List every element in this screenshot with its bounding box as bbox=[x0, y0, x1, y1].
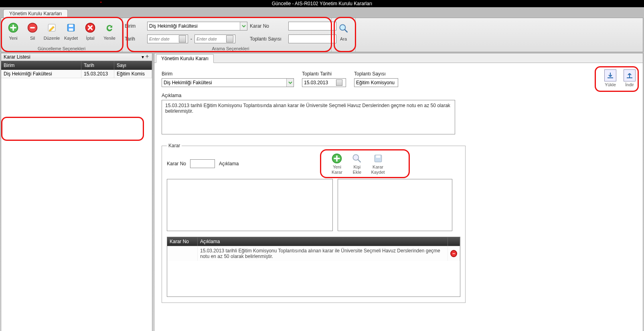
iptal-button[interactable]: İptal bbox=[81, 20, 100, 41]
search-date-range: - bbox=[147, 35, 247, 43]
calendar-icon[interactable] bbox=[179, 35, 186, 43]
window-title: Güncelle - AIS-R0102 Yönetim Kurulu Kara… bbox=[272, 1, 373, 6]
ribbon-group-search-title: Arama Seçenekleri bbox=[125, 46, 336, 51]
upload-file-icon bbox=[624, 69, 636, 81]
karar-text-right[interactable] bbox=[338, 179, 452, 231]
right-pane: Yönetim Kurulu Kararı Birim Toplantı Tar… bbox=[154, 53, 643, 331]
indir-button[interactable]: İndir bbox=[624, 69, 636, 87]
save-icon bbox=[65, 21, 77, 34]
sub-tab-strip: Yönetim Kurulu Kararı bbox=[154, 53, 643, 63]
search-birim-input[interactable] bbox=[148, 23, 240, 29]
pane-title: Karar Listesi bbox=[4, 54, 30, 60]
main-tab-strip: Yönetim Kurulu Kararları bbox=[0, 9, 644, 18]
karar-no-input[interactable] bbox=[190, 159, 215, 168]
karar-no-label: Karar No bbox=[167, 161, 186, 167]
search-kararno-label: Karar No bbox=[250, 23, 286, 29]
left-pane-karar-listesi: Karar Listesi ▾ Birim Tarih Sayı Diş Hek… bbox=[1, 53, 152, 331]
form-birim-label: Birim bbox=[162, 71, 294, 77]
form-sayi-input[interactable] bbox=[354, 78, 398, 87]
search-icon bbox=[337, 22, 350, 35]
karar-legend: Karar bbox=[167, 143, 182, 148]
edit-icon bbox=[45, 21, 58, 34]
svg-rect-5 bbox=[69, 24, 73, 27]
duzenle-button[interactable]: Düzenle bbox=[42, 20, 61, 41]
table-row[interactable]: Diş Hekimliği Fakültesi 15.03.2013 Eğiti… bbox=[1, 70, 152, 78]
svg-rect-14 bbox=[376, 155, 380, 158]
search-kararno-input[interactable] bbox=[288, 22, 336, 30]
search-birim-combo[interactable] bbox=[147, 22, 247, 30]
form-sayi-label: Toplantı Sayısı bbox=[354, 71, 398, 77]
calendar-icon[interactable] bbox=[336, 79, 342, 86]
ribbon: Yeni Sil Düzenle Kaydet İptal bbox=[1, 18, 643, 52]
plus-circle-icon bbox=[331, 152, 343, 164]
search-icon bbox=[351, 152, 363, 164]
yeni-karar-button[interactable]: Yeni Karar bbox=[331, 152, 343, 175]
karar-text-left[interactable] bbox=[167, 179, 333, 231]
karar-grid-header: Karar No Açıklama bbox=[167, 237, 460, 246]
ribbon-group-update-title: Güncelleme Seçenekleri bbox=[1, 46, 122, 51]
svg-rect-6 bbox=[69, 28, 73, 31]
col-sayi[interactable]: Sayı bbox=[114, 61, 152, 70]
search-date-to[interactable] bbox=[194, 35, 235, 43]
col-birim[interactable]: Birim bbox=[1, 61, 81, 70]
kisi-ekle-button[interactable]: Kişi Ekle bbox=[351, 152, 363, 175]
search-birim-label: Birim bbox=[125, 23, 145, 29]
yeni-button[interactable]: Yeni bbox=[4, 20, 23, 41]
sil-button[interactable]: Sil bbox=[23, 20, 42, 41]
form-birim-combo[interactable] bbox=[162, 78, 294, 87]
form-birim-input[interactable] bbox=[162, 80, 286, 85]
aciklama-textarea[interactable]: 15.03.2013 tarihli Eğitim Komisyonu Topl… bbox=[162, 100, 455, 134]
col-karar-no[interactable]: Karar No bbox=[167, 237, 198, 246]
search-date-from[interactable] bbox=[147, 35, 188, 43]
col-aciklama[interactable]: Açıklama bbox=[198, 237, 448, 246]
pin-icon[interactable] bbox=[145, 54, 150, 59]
yenile-button[interactable]: Yenile bbox=[100, 20, 119, 41]
plus-circle-icon bbox=[7, 21, 20, 34]
yukle-button[interactable]: Yükle bbox=[604, 69, 616, 87]
search-toplanti-input[interactable] bbox=[288, 35, 336, 43]
highlight-table-row bbox=[1, 117, 144, 141]
dropdown-icon[interactable]: ▾ bbox=[142, 54, 144, 60]
refresh-icon bbox=[103, 21, 116, 34]
ribbon-group-ara: Ara bbox=[332, 18, 356, 52]
minus-circle-icon bbox=[26, 21, 39, 34]
svg-rect-9 bbox=[608, 77, 613, 78]
dropdown-arrow-icon[interactable] bbox=[286, 79, 294, 87]
calendar-icon[interactable] bbox=[226, 35, 233, 43]
karar-grid: Karar No Açıklama 15.03.2013 tarihli Eği… bbox=[167, 237, 460, 297]
aciklama-label: Açıklama bbox=[162, 93, 636, 98]
svg-rect-2 bbox=[30, 27, 35, 28]
window-titlebar: Güncelle - AIS-R0102 Yönetim Kurulu Kara… bbox=[0, 0, 644, 7]
col-tarih[interactable]: Tarih bbox=[81, 61, 114, 70]
grid-header: Birim Tarih Sayı bbox=[1, 61, 152, 70]
pane-title-bar: Karar Listesi ▾ bbox=[1, 53, 152, 61]
col-delete bbox=[448, 237, 460, 246]
form-tarih-label: Toplantı Tarihi bbox=[302, 71, 346, 77]
cancel-circle-icon bbox=[84, 21, 97, 34]
form-tarih-input[interactable] bbox=[302, 78, 346, 87]
karar-fieldset: Karar Karar No Açıklama Yeni Karar Kişi … bbox=[162, 143, 466, 303]
kaydet-button[interactable]: Kaydet bbox=[61, 20, 81, 41]
dropdown-arrow-icon[interactable] bbox=[240, 22, 247, 30]
tab-yonetim-kurulu-karari[interactable]: Yönetim Kurulu Kararı bbox=[156, 54, 214, 63]
ribbon-group-update: Yeni Sil Düzenle Kaydet İptal bbox=[1, 18, 122, 52]
search-toplanti-label: Toplantı Sayısı bbox=[250, 36, 286, 42]
karar-kaydet-button[interactable]: Karar Kaydet bbox=[371, 152, 385, 175]
svg-rect-10 bbox=[627, 77, 632, 78]
ribbon-group-search: Birim Karar No Tarih - Toplantı Sayısı A… bbox=[122, 18, 332, 52]
tab-yonetim-kurulu-kararlari[interactable]: Yönetim Kurulu Kararları bbox=[3, 9, 68, 18]
table-row[interactable]: 15.03.2013 tarihli Eğitim Komisyonu Topl… bbox=[167, 246, 460, 261]
ara-button[interactable]: Ara bbox=[334, 20, 353, 41]
delete-row-button[interactable]: − bbox=[450, 250, 457, 257]
search-tarih-label: Tarih bbox=[125, 36, 145, 42]
download-file-icon bbox=[604, 69, 616, 81]
save-icon bbox=[372, 152, 384, 164]
karar-aciklama-label: Açıklama bbox=[219, 161, 239, 167]
